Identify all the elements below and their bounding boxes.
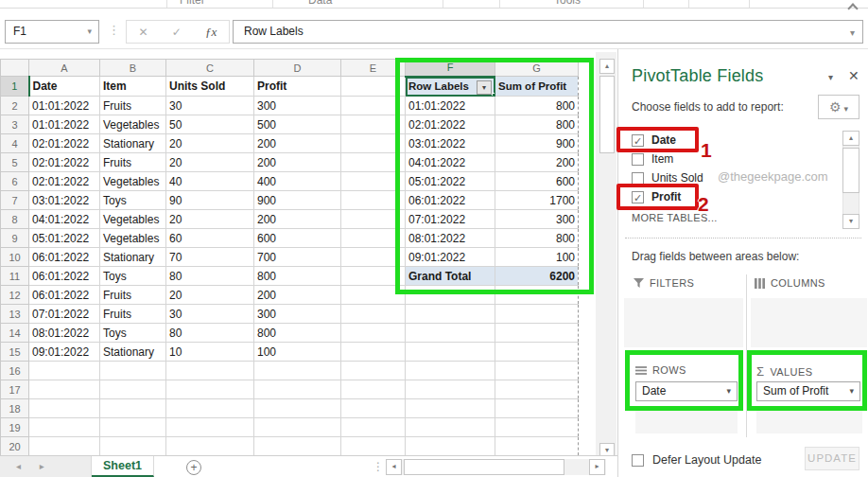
grid-cell[interactable] — [341, 191, 406, 210]
grid-cell[interactable] — [341, 399, 406, 418]
grid-cell[interactable]: Profit — [254, 77, 341, 97]
grid-cell[interactable]: Vegetables — [100, 115, 166, 134]
grid-cell[interactable] — [341, 362, 406, 380]
pivot-cell[interactable]: 300 — [495, 210, 579, 229]
grid-cell[interactable]: 800 — [254, 324, 341, 343]
expand-formula-bar-icon[interactable]: ▾ — [850, 22, 855, 44]
pivot-cell[interactable]: 01:01:2022 — [406, 97, 495, 115]
grid-cell[interactable]: 07:01:2022 — [29, 305, 100, 324]
name-box-dropdown-icon[interactable]: ▾ — [87, 21, 92, 43]
grid-cell[interactable]: 600 — [254, 229, 341, 248]
pivot-cell[interactable]: 04:01:2022 — [406, 153, 495, 172]
row-header-20[interactable]: 20 — [1, 437, 29, 456]
pivot-cell[interactable]: 800 — [495, 229, 579, 248]
grid-cell[interactable] — [406, 343, 495, 362]
pivot-cell[interactable]: 900 — [495, 134, 579, 153]
pivot-cell[interactable]: 1700 — [495, 191, 579, 210]
grid-cell[interactable]: 06:01:2022 — [29, 248, 100, 267]
grid-cell[interactable] — [341, 248, 406, 267]
grid-cell[interactable] — [166, 362, 254, 380]
grid-cell[interactable]: Fruits — [100, 153, 166, 172]
grid-cell[interactable] — [495, 324, 579, 343]
tools-button[interactable]: ⚙▾ — [818, 95, 859, 119]
row-header-17[interactable]: 17 — [1, 380, 29, 399]
scroll-up-icon[interactable]: ▴ — [842, 131, 859, 146]
grid-cell[interactable] — [406, 324, 495, 343]
grid-cell[interactable]: Stationary — [100, 248, 166, 267]
column-header-g[interactable]: G — [495, 60, 579, 77]
grid-cell[interactable] — [495, 305, 579, 324]
row-header-11[interactable]: 11 — [1, 267, 29, 286]
formula-bar-input[interactable]: Row Labels ▾ — [233, 20, 863, 44]
grid-cell[interactable] — [495, 437, 579, 456]
grid-cell[interactable] — [341, 418, 406, 437]
pivot-cell[interactable]: 05:01:2022 — [406, 172, 495, 191]
checkbox-date[interactable]: ✓ — [632, 134, 644, 147]
row-header-18[interactable]: 18 — [1, 399, 29, 418]
grid-cell[interactable]: Vegetables — [100, 172, 166, 191]
rows-field-dropdown[interactable]: Date ▾ — [635, 381, 738, 401]
pivot-grand-total-label[interactable]: Grand Total — [406, 267, 495, 286]
grid-cell[interactable]: 200 — [254, 134, 341, 153]
grid-cell[interactable]: 02:01:2022 — [29, 172, 100, 191]
grid-cell[interactable] — [29, 418, 100, 437]
row-header-10[interactable]: 10 — [1, 248, 29, 267]
grid-cell[interactable]: 06:01:2022 — [29, 286, 100, 305]
collapse-ribbon-icon[interactable] — [849, 2, 857, 9]
grid-cell[interactable]: 100 — [254, 343, 341, 362]
row-header-6[interactable]: 6 — [1, 172, 29, 191]
pivot-cell[interactable]: 200 — [495, 153, 579, 172]
grid-cell[interactable]: 80 — [166, 267, 254, 286]
grid-cell[interactable]: 02:01:2022 — [29, 134, 100, 153]
row-header-13[interactable]: 13 — [1, 305, 29, 324]
grid-cell[interactable] — [166, 399, 254, 418]
grid-cell[interactable]: 40 — [166, 172, 254, 191]
grid-cell[interactable]: Units Sold — [166, 77, 254, 97]
grid-cell[interactable]: 03:01:2022 — [29, 191, 100, 210]
grid-cell[interactable] — [254, 418, 341, 437]
tab-sheet1[interactable]: Sheet1 — [92, 456, 154, 477]
grid-cell[interactable]: 04:01:2022 — [29, 210, 100, 229]
grid-cell[interactable] — [341, 286, 406, 305]
scroll-up-icon[interactable]: ▴ — [599, 59, 615, 74]
grid-cell[interactable]: 30 — [166, 305, 254, 324]
row-header-4[interactable]: 4 — [1, 134, 29, 153]
grid-cell[interactable]: Vegetables — [100, 210, 166, 229]
grid-cell[interactable]: 70 — [166, 248, 254, 267]
scroll-down-icon[interactable]: ▾ — [842, 214, 859, 229]
grid-cell[interactable] — [341, 115, 406, 134]
horizontal-scroll-thumb[interactable] — [404, 459, 564, 475]
grid-cell[interactable]: Toys — [100, 324, 166, 343]
grid-cell[interactable] — [495, 286, 579, 305]
row-header-1[interactable]: 1 — [1, 77, 29, 97]
grid-cell[interactable]: Stationary — [100, 343, 166, 362]
filters-dropzone[interactable] — [624, 298, 743, 347]
grid-cell[interactable] — [495, 418, 579, 437]
pivot-row-labels-header[interactable]: Row Labels▾ — [406, 77, 495, 97]
grid-cell[interactable] — [100, 380, 166, 399]
checkbox-units-sold[interactable] — [632, 172, 644, 185]
grid-cell[interactable]: 300 — [254, 305, 341, 324]
grid-cell[interactable] — [100, 362, 166, 380]
row-header-16[interactable]: 16 — [1, 362, 29, 380]
grid-cell[interactable] — [254, 380, 341, 399]
grid-cell[interactable] — [406, 286, 495, 305]
grid-cell[interactable] — [341, 229, 406, 248]
panel-close-icon[interactable]: ✕ — [848, 68, 859, 83]
fill-handle[interactable] — [492, 93, 495, 97]
grid-cell[interactable]: 90 — [166, 191, 254, 210]
row-header-9[interactable]: 9 — [1, 229, 29, 248]
field-list-scroll-thumb[interactable] — [842, 148, 859, 193]
pivot-cell[interactable]: 06:01:2022 — [406, 191, 495, 210]
grid-cell[interactable] — [29, 380, 100, 399]
checkbox-item[interactable] — [632, 153, 644, 166]
grid-cell[interactable] — [341, 153, 406, 172]
grid-cell[interactable]: 20 — [166, 134, 254, 153]
field-item-item[interactable]: Item — [632, 150, 835, 168]
grid-cell[interactable]: 60 — [166, 229, 254, 248]
vertical-scroll-thumb[interactable] — [599, 76, 615, 153]
grid-cell[interactable] — [341, 267, 406, 286]
pivot-cell[interactable]: 07:01:2022 — [406, 210, 495, 229]
grid-cell[interactable] — [341, 210, 406, 229]
next-sheet-icon[interactable]: ▸ — [40, 461, 44, 471]
